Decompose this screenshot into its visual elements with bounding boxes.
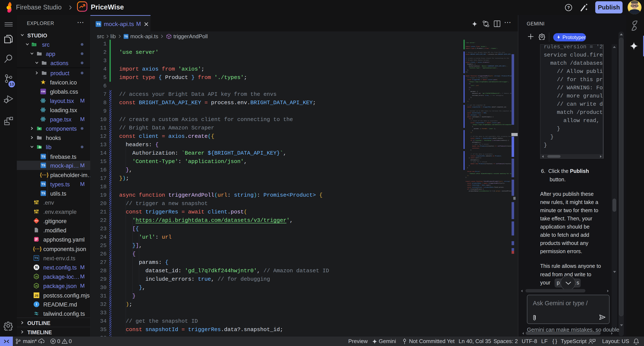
- svg-text:JS: JS: [35, 285, 38, 287]
- svg-text:JS: JS: [35, 275, 38, 278]
- svg-text:?: ?: [567, 5, 570, 10]
